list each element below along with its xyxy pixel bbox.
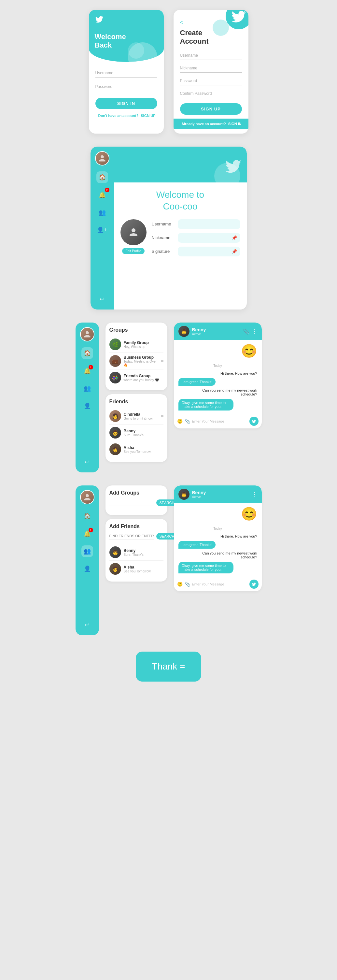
message-input-2[interactable] [192,582,248,586]
chat-contact-avatar-2: 👨 [178,489,189,500]
chat-date-divider: Today [178,364,257,368]
home-icon-3[interactable]: 🏠 [81,510,93,522]
suggestion-info-benny: Benny Sure. Thank's [124,548,164,557]
list-item[interactable]: 🌿 Family Group Hey, What's up [110,336,164,353]
add-user-icon-3[interactable]: 👤 [81,563,93,575]
profile-main: Welcome to Coo-coo Edit Profile [114,146,247,310]
sidebar-avatar[interactable] [95,151,110,165]
create-password-input[interactable] [180,76,242,85]
friend-info-aisha: Aisha See you Tomorrow. [124,445,164,453]
create-confirm-input[interactable] [180,89,242,98]
sidebar-avatar-2[interactable] [80,327,94,341]
badge-3: 2 [89,528,93,532]
friends-panel: Friends 👩 Cindrella Going to print it no… [105,394,167,462]
sidebar-2: 🏠 🔔 2 👥 👤 ↩ [76,323,99,473]
chat-emoji: 😊 [178,344,257,359]
edit-profile-button[interactable]: Edit Profile [122,248,144,254]
home-icon[interactable]: 🏠 [96,171,108,183]
group-name: Friends Group [124,374,164,378]
suggestion-avatar-benny: 👨 [110,546,121,558]
emoji-picker-icon[interactable]: 🙂 [177,418,183,424]
groups-icon-3[interactable]: 👥 [81,546,93,557]
attach-icon[interactable]: 📎 [184,418,190,424]
username-label: Username [152,221,175,226]
signup-link[interactable]: SIGN UP [141,114,155,118]
send-button[interactable] [250,417,259,426]
friend-avatar-aisha: 👩 [110,444,121,455]
unread-dot [161,360,164,362]
list-item[interactable]: 👩 Aisha See you Tomorrow. [110,441,164,457]
nickname-value[interactable]: 📌 [178,233,240,243]
emoji-picker-icon-2[interactable]: 🙂 [177,582,183,587]
add-user-icon[interactable]: 👤+ [96,224,108,236]
friend-last-msg: Sure. Thank's [124,433,164,437]
sidebar-avatar-3[interactable] [80,490,94,504]
notifications-nav-3[interactable]: 🔔 2 [81,528,93,539]
add-groups-search-input[interactable] [110,499,154,506]
list-item[interactable]: 👨 Benny Sure. Thank's [110,425,164,441]
group-info-family: Family Group Hey, What's up [124,340,164,348]
bird-logo [95,15,104,24]
logout-nav[interactable]: ↩ [96,293,108,305]
add-groups-panel: Add Groups SEARCH [105,485,167,515]
signup-button[interactable]: SIGN UP [180,103,242,115]
login-footer: Don't have an account? SIGN UP [95,114,157,118]
signature-field-row: Signature 📌 [152,247,240,256]
user-avatar-2 [81,328,94,341]
chat-action-icons-2: ⋮ [252,491,257,498]
signature-value[interactable]: 📌 [178,247,240,256]
attachment-icon[interactable]: 📎 [243,328,250,335]
suggestion-name: Benny [124,548,164,553]
back-button[interactable]: < [180,19,183,25]
send-button-2[interactable] [250,580,259,589]
friend-avatar-benny: 👨 [110,427,121,439]
chat-contact-info: Benny Active [192,327,240,336]
notifications-nav[interactable]: 🔔 2 [96,189,108,201]
chat-message-out: Can you send me my newest work schedule? [202,388,257,396]
list-item[interactable]: 💼 Business Group Today, Meeting is Over … [110,353,164,369]
more-options-icon-2[interactable]: ⋮ [252,491,257,498]
add-user-icon-2[interactable]: 👤 [81,400,93,412]
password-input[interactable] [95,82,157,91]
signin-button[interactable]: SIGN IN [95,98,157,109]
chat-body: 😊 Today Hi there. How are you? I am grea… [174,340,262,414]
message-input[interactable] [192,419,248,423]
bell-icon[interactable]: 🔔 2 [96,189,108,201]
list-item[interactable]: 👨 Benny Sure. Thank's [110,544,164,561]
suggestion-last: See you Tomorrow. [124,570,164,573]
username-value[interactable] [178,219,240,229]
friend-name: Cindrella [124,412,158,417]
groups-icon-2[interactable]: 👥 [81,382,93,394]
chat-contact-name-2: Benny [192,490,250,495]
chat-message-out: Hi there. How are you? [221,371,257,375]
notifications-nav-2[interactable]: 🔔 2 [81,365,93,377]
sidebar-3: 🏠 🔔 2 👥 👤 ↩ [76,485,99,635]
list-item[interactable]: 👫 Friends Group where are you buddy 🖤 [110,369,164,386]
chat-action-icons: 📎 ⋮ [243,328,257,335]
add-friend-nav[interactable]: 👤+ [96,224,108,236]
list-item[interactable]: 👩 Aisha See you Tomorrow. [110,561,164,577]
login-title: Welcome Back [95,33,126,50]
group-name: Business Group [124,355,158,360]
logout-icon-2[interactable]: ↩ [81,456,93,468]
username-field-row: Username [152,219,240,229]
chat-message-out-2: Can you send me my newest work schedule? [202,551,257,559]
groups-icon[interactable]: 👥 [96,207,108,218]
more-options-icon[interactable]: ⋮ [252,328,257,335]
home-nav[interactable]: 🏠 [96,171,108,183]
logout-icon[interactable]: ↩ [96,293,108,305]
chat-message-in-2: I am great, Thanks! [178,541,216,549]
groups-nav[interactable]: 👥 [96,207,108,218]
user-avatar [96,152,109,165]
chat-input-bar: 🙂 📎 [174,414,262,428]
attach-icon-2[interactable]: 📎 [184,582,190,587]
signin-link[interactable]: SIGN IN [228,122,242,126]
logout-icon-3[interactable]: ↩ [81,619,93,631]
add-friends-search-input[interactable] [110,533,154,539]
list-item[interactable]: 👩 Cindrella Going to print it now. [110,408,164,425]
group-last-msg: Hey, What's up [124,345,164,348]
home-icon-2[interactable]: 🏠 [81,347,93,359]
group-info-business: Business Group Today, Meeting is Over 🔥 [124,355,158,367]
create-username-input[interactable] [180,51,242,60]
create-nickname-input[interactable] [180,64,242,73]
